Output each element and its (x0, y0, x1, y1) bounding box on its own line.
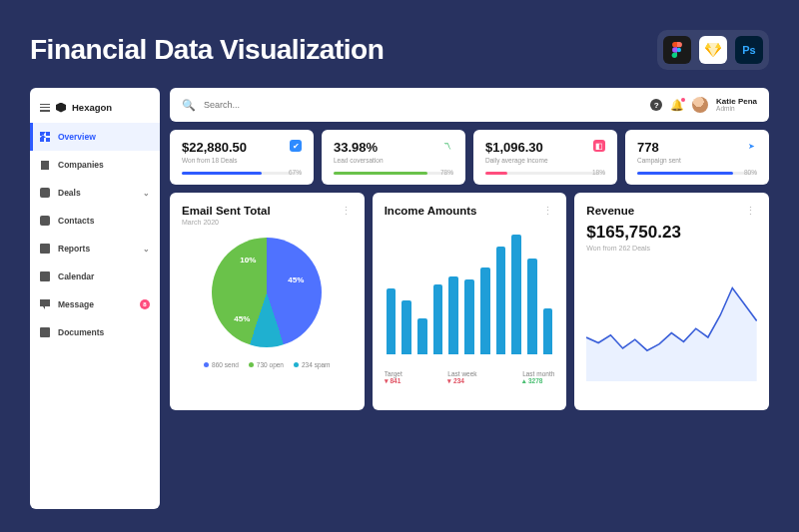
sidebar-item-reports[interactable]: Reports ⌄ (30, 235, 160, 263)
kpi-value: $1,096.30 (485, 140, 605, 155)
send-icon: ➤ (745, 140, 757, 152)
card-subtitle: March 2020 (182, 219, 353, 226)
kpi-card-lead-conversation: 〽 33.98% Lead coversation 78% (322, 130, 465, 185)
topbar: 🔍 ? 🔔 Katie Pena Admin (170, 88, 769, 122)
clipboard-icon (40, 244, 50, 254)
pie-label: 10% (240, 256, 256, 265)
sidebar-item-companies[interactable]: Companies (30, 151, 160, 179)
check-icon: ✔ (290, 140, 302, 152)
bar-legend: Target ▾ 841 Last week ▾ 234 Last month … (385, 370, 555, 385)
email-sent-card: ⋮ Email Sent Total March 2020 45% 10% 45… (170, 193, 365, 410)
sidebar-item-label: Overview (58, 132, 96, 142)
kpi-progress (334, 172, 453, 175)
message-icon (40, 299, 50, 309)
avatar[interactable] (692, 97, 708, 113)
more-icon[interactable]: ⋮ (745, 205, 757, 218)
more-icon[interactable]: ⋮ (341, 205, 353, 218)
sketch-icon (699, 36, 727, 64)
kpi-percent: 78% (440, 169, 453, 176)
kpi-percent: 80% (744, 169, 757, 176)
briefcase-icon (40, 188, 50, 198)
document-icon (40, 327, 50, 337)
kpi-row: ✔ $22,880.50 Won from 18 Deals 67% 〽 33.… (170, 130, 769, 185)
kpi-progress (182, 172, 302, 175)
sidebar-item-label: Documents (58, 327, 104, 337)
kpi-progress (485, 172, 605, 175)
revenue-subtitle: Won from 262 Deals (586, 245, 757, 252)
user-icon (40, 216, 50, 226)
pie-chart: 45% 10% 45% (212, 238, 322, 347)
brand-logo-icon (56, 103, 66, 113)
legend-item: Target ▾ 841 (385, 370, 402, 385)
sidebar-item-deals[interactable]: Deals ⌄ (30, 179, 160, 207)
kpi-progress (637, 172, 757, 175)
figma-icon (663, 36, 691, 64)
kpi-card-deals-won: ✔ $22,880.50 Won from 18 Deals 67% (170, 130, 314, 185)
brand-name: Hexagon (72, 102, 112, 113)
menu-icon[interactable] (40, 104, 50, 112)
search-input[interactable] (204, 100, 642, 110)
revenue-card: ⋮ Revenue $165,750.23 Won from 262 Deals (574, 193, 769, 410)
chevron-down-icon: ⌄ (143, 189, 150, 198)
sidebar-item-calendar[interactable]: Calendar (30, 263, 160, 290)
search-icon: 🔍 (182, 99, 196, 112)
kpi-value: 33.98% (334, 140, 453, 155)
kpi-value: 778 (637, 140, 757, 155)
pie-label: 45% (234, 314, 250, 323)
legend-item: 860 send (204, 361, 239, 368)
sidebar-item-message[interactable]: Message 8 (30, 290, 160, 318)
help-icon[interactable]: ? (650, 99, 662, 111)
more-icon[interactable]: ⋮ (542, 205, 554, 218)
building-icon (40, 160, 50, 170)
sidebar-item-label: Companies (58, 160, 104, 170)
chevron-down-icon: ⌄ (143, 245, 150, 254)
card-title: Revenue (586, 205, 757, 217)
pie-legend: 860 send 730 open 234 spam (182, 361, 353, 368)
sidebar-item-contacts[interactable]: Contacts (30, 207, 160, 235)
kpi-subtitle: Campaign sent (637, 157, 757, 164)
split-icon: ◧ (593, 140, 605, 152)
sidebar-item-documents[interactable]: Documents (30, 318, 160, 346)
kpi-percent: 67% (289, 169, 302, 176)
legend-item: Last week ▾ 234 (447, 370, 476, 385)
kpi-value: $22,880.50 (182, 140, 302, 155)
user-role: Admin (716, 106, 757, 113)
card-title: Email Sent Total (182, 205, 353, 217)
calendar-icon (40, 271, 50, 281)
kpi-percent: 18% (592, 169, 605, 176)
pie-label: 45% (288, 275, 304, 284)
legend-item: 730 open (249, 361, 284, 368)
grid-icon (40, 132, 50, 142)
kpi-card-campaign-sent: ➤ 778 Campaign sent 80% (625, 130, 769, 185)
photoshop-icon: Ps (735, 36, 763, 64)
sidebar-item-overview[interactable]: Overview (30, 123, 160, 151)
sidebar-item-label: Reports (58, 244, 90, 254)
message-badge: 8 (140, 299, 150, 309)
sidebar-item-label: Calendar (58, 271, 94, 281)
card-title: Income Amounts (385, 205, 555, 217)
sidebar-item-label: Deals (58, 188, 81, 198)
sparkline-chart (586, 271, 757, 381)
svg-point-0 (677, 48, 681, 52)
app-icon-tray: Ps (657, 30, 769, 70)
legend-item: 234 spam (294, 361, 331, 368)
kpi-subtitle: Won from 18 Deals (182, 157, 302, 164)
kpi-subtitle: Lead coversation (334, 157, 453, 164)
notifications-icon[interactable]: 🔔 (670, 99, 684, 112)
income-amounts-card: ⋮ Income Amounts Target ▾ 841 Last week … (373, 193, 567, 410)
revenue-value: $165,750.23 (586, 223, 757, 243)
sidebar-item-label: Contacts (58, 216, 94, 226)
kpi-card-daily-income: ◧ $1,096.30 Daily average income 18% (473, 130, 617, 185)
trend-up-icon: 〽 (441, 140, 453, 152)
bar-chart (385, 235, 555, 354)
kpi-subtitle: Daily average income (485, 157, 605, 164)
sidebar: Hexagon Overview Companies Deals ⌄ (30, 88, 160, 509)
page-title: Financial Data Visualization (30, 34, 384, 66)
legend-item: Last month ▴ 3278 (522, 370, 554, 385)
sidebar-item-label: Message (58, 299, 94, 309)
